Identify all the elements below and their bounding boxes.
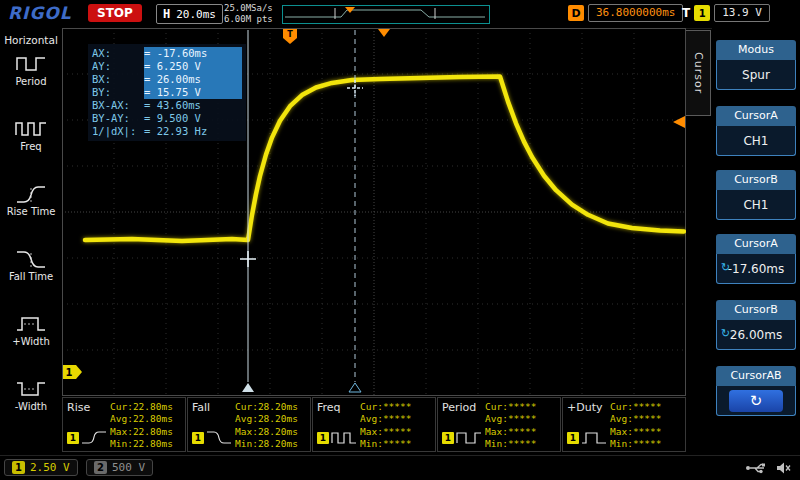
fall-time-icon [15, 248, 47, 270]
memory-depth: 6.00M pts [224, 14, 273, 25]
cursor-ab-button[interactable]: ↻ [716, 386, 796, 416]
measurement-bar: Rise 1 Cur:22.80msAvg:22.80ms Max:22.80m… [62, 397, 686, 452]
horizontal-scale-box: H 20.0ms [156, 4, 223, 24]
cursor-a-position-button[interactable]: ↻ -17.60ms [716, 254, 796, 284]
readout-row: AX:= -17.60ms [92, 47, 242, 60]
oscilloscope-screen: RIGOL STOP H 20.0ms 25.0MSa/s 6.00M pts … [0, 0, 800, 480]
run-state-badge: STOP [88, 4, 142, 22]
measurement-panel-freq[interactable]: Freq 1 Cur:*****Avg:***** Max:*****Min:*… [312, 397, 436, 452]
delay-value: 36.8000000ms [588, 4, 683, 22]
channel-badge: 1 [442, 432, 454, 444]
delay-readout: D 36.8000000ms [568, 4, 683, 22]
horizontal-measure-menu: Horizontal Period Freq Rise Time [0, 28, 62, 452]
menu-section-cursor-b-source: CursorB CH1 [716, 170, 796, 220]
trigger-source-icon: 1 [694, 5, 710, 21]
preview-waveform-icon [283, 6, 487, 21]
menu-section-modus: Modus Spur [716, 40, 796, 90]
menu-item-pos-width[interactable]: +Width [0, 306, 62, 371]
menu-section-cursor-ab: CursorAB ↻ [716, 366, 796, 416]
usb-icon [745, 462, 767, 474]
menu-item-rise-time[interactable]: Rise Time [0, 176, 62, 241]
channel-badge: 1 [67, 432, 79, 444]
period-measure-icon [456, 430, 482, 446]
channel-2-scale: 500 V [112, 461, 145, 474]
rise-measure-icon [81, 430, 107, 446]
readout-row: 1/|dX|:= 22.93 Hz [92, 125, 242, 138]
rigol-logo: RIGOL [8, 3, 72, 23]
h-scale-value: 20.0ms [176, 8, 216, 21]
readout-row: BY-AY:= 9.500 V [92, 112, 242, 125]
cursor-a-cross [240, 251, 256, 267]
ch1-ground-marker[interactable]: 1 [63, 365, 82, 379]
measurement-values: Cur:*****Avg:***** Max:*****Min:***** [360, 401, 432, 450]
cursor-menu-tab[interactable]: Cursor [686, 30, 711, 116]
cursor-b-position-button[interactable]: ↻ 26.00ms [716, 320, 796, 350]
channel-2-status[interactable]: 2 500 V [86, 459, 153, 476]
cursor-b[interactable] [347, 30, 363, 392]
menu-header: CursorA [716, 106, 796, 126]
menu-header: CursorA [716, 234, 796, 254]
channel-status-bar: 1 2.50 V 2 500 V [0, 455, 800, 480]
plus-width-icon [15, 313, 47, 335]
channel-1-scale: 2.50 V [30, 461, 70, 474]
channel-1-status[interactable]: 1 2.50 V [4, 459, 78, 476]
trigger-position-marker[interactable]: T [283, 29, 297, 44]
readout-row: BX-AX:= 43.60ms [92, 99, 242, 112]
sample-rate: 25.0MSa/s [224, 3, 273, 14]
top-status-bar: RIGOL STOP H 20.0ms 25.0MSa/s 6.00M pts … [0, 0, 800, 29]
rise-time-icon [15, 183, 47, 205]
menu-item-freq[interactable]: Freq [0, 111, 62, 176]
channel-badge: 1 [317, 432, 329, 444]
menu-header: CursorB [716, 300, 796, 320]
menu-item-period[interactable]: Period [0, 46, 62, 111]
measurement-values: Cur:*****Avg:***** Max:*****Min:***** [610, 401, 682, 450]
acquisition-info: 25.0MSa/s 6.00M pts [224, 3, 273, 25]
menu-section-cursor-a-pos: CursorA ↻ -17.60ms [716, 234, 796, 284]
trigger-label: T [682, 6, 690, 20]
cursor-readout-panel: AX:= -17.60ms AY:= 6.250 V BX:= 26.00ms … [88, 44, 246, 141]
menu-section-cursor-b-pos: CursorB ↻ 26.00ms [716, 300, 796, 350]
delay-badge: D [568, 5, 584, 21]
channel-2-badge: 2 [94, 461, 107, 474]
freq-measure-icon [331, 430, 357, 446]
menu-header: Modus [716, 40, 796, 60]
duty-measure-icon [581, 430, 607, 446]
freq-icon [15, 118, 47, 140]
speaker-mute-icon [776, 461, 792, 475]
measurement-values: Cur:28.20msAvg:28.20ms Max:28.20msMin:28… [235, 401, 307, 450]
svg-text:1: 1 [66, 367, 73, 378]
h-label: H [163, 7, 170, 21]
readout-row: AY:= 6.250 V [92, 60, 242, 73]
measurement-panel-duty[interactable]: +Duty 1 Cur:*****Avg:***** Max:*****Min:… [562, 397, 686, 452]
trigger-level-value: 13.9 V [714, 4, 770, 22]
menu-item-neg-width[interactable]: -Width [0, 371, 62, 436]
waveform-preview-bar [282, 5, 490, 24]
menu-item-fall-time[interactable]: Fall Time [0, 241, 62, 306]
left-menu-title: Horizontal [0, 28, 62, 46]
minus-width-icon [15, 378, 47, 400]
cursor-b-source-button[interactable]: CH1 [716, 190, 796, 220]
measurement-values: Cur:*****Avg:***** Max:*****Min:***** [485, 401, 557, 450]
measurement-panel-period[interactable]: Period 1 Cur:*****Avg:***** Max:*****Min… [437, 397, 561, 452]
period-icon [15, 53, 47, 75]
menu-header: CursorB [716, 170, 796, 190]
modus-button[interactable]: Spur [716, 60, 796, 90]
readout-row: BX:= 26.00ms [92, 73, 242, 86]
fall-measure-icon [206, 430, 232, 446]
knob-icon: ↻ [721, 262, 730, 273]
measurement-panel-rise[interactable]: Rise 1 Cur:22.80msAvg:22.80ms Max:22.80m… [62, 397, 186, 452]
cursor-a-source-button[interactable]: CH1 [716, 126, 796, 156]
measurement-values: Cur:22.80msAvg:22.80ms Max:22.80msMin:22… [110, 401, 182, 450]
svg-text:T: T [287, 30, 293, 39]
cursor-softkey-menu: Modus Spur CursorA CH1 CursorB CH1 Curso… [712, 28, 800, 452]
readout-row: BY:= 15.75 V [92, 86, 242, 99]
measurement-panel-fall[interactable]: Fall 1 Cur:28.20msAvg:28.20ms Max:28.20m… [187, 397, 311, 452]
channel-1-badge: 1 [12, 461, 25, 474]
knob-icon: ↻ [721, 328, 730, 339]
delay-center-marker [378, 29, 390, 37]
trigger-level-marker[interactable] [673, 116, 685, 128]
channel-badge: 1 [192, 432, 204, 444]
waveform-display: T 1 [62, 28, 686, 452]
menu-header: CursorAB [716, 366, 796, 386]
trigger-readout: T 1 13.9 V [682, 4, 770, 22]
